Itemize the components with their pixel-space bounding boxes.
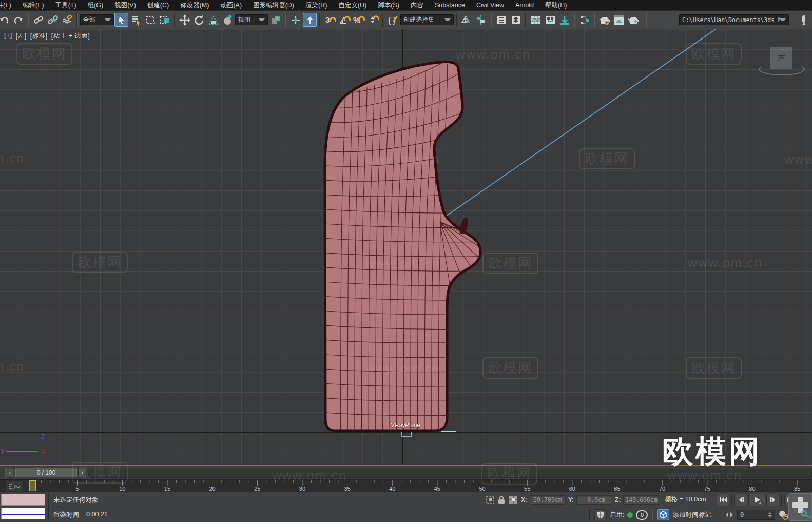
reference-coordinate-dropdown[interactable]: 视图: [235, 14, 268, 25]
track-bar[interactable]: 0510152025303540455055606570758085: [0, 479, 812, 492]
toggle-scene-explorer-button[interactable]: [494, 13, 508, 27]
menu-item-6[interactable]: 修改器(M): [175, 0, 215, 10]
frame-spinner[interactable]: [768, 512, 772, 517]
select-and-place-button[interactable]: [221, 13, 235, 27]
schematic-view-button[interactable]: [543, 13, 557, 27]
keyboard-shortcut-override-toggle[interactable]: [303, 13, 317, 27]
state-sets-button[interactable]: [577, 13, 591, 27]
playback-controls: [717, 493, 797, 507]
menu-item-3[interactable]: 组(G): [82, 0, 109, 10]
menu-item-0[interactable]: 文件(F): [0, 0, 17, 10]
viewport-menu-shading[interactable]: [粘土 + 边面]: [51, 32, 90, 41]
unlink-button[interactable]: [46, 13, 60, 27]
select-and-rotate-button[interactable]: [192, 13, 206, 27]
viewcube-face[interactable]: 左: [770, 47, 792, 69]
percent-snap-toggle[interactable]: %: [352, 13, 365, 27]
maxscript-mini-listener-macro[interactable]: [1, 494, 45, 506]
select-and-link-button[interactable]: [31, 13, 45, 27]
curve-editor-button[interactable]: [529, 13, 543, 27]
current-frame-field[interactable]: 0: [737, 510, 775, 520]
project-folder-dropdown[interactable]: C:\Users\Han\Documents\3ds Max 2022: [679, 14, 789, 25]
add-time-tag-label[interactable]: 添加时间标记: [672, 511, 711, 519]
select-object-button[interactable]: [114, 13, 128, 27]
workspace-button[interactable]: [797, 13, 810, 27]
menu-item-4[interactable]: 视图(V): [109, 0, 142, 10]
next-frame-button[interactable]: ›: [78, 468, 87, 478]
previous-frame-step-button[interactable]: [734, 494, 747, 506]
spinner-snap-toggle[interactable]: [366, 13, 380, 27]
menu-item-15[interactable]: Arnold: [510, 0, 539, 10]
mini-curve-editor-button[interactable]: [5, 481, 24, 492]
x-coordinate-field[interactable]: 39.709cm: [530, 495, 566, 505]
snaps-toggle-3d-button[interactable]: 3: [323, 13, 337, 27]
viewport-menu-general[interactable]: [+]: [4, 32, 12, 41]
y-coordinate-field[interactable]: -0.0cm: [576, 495, 612, 505]
ruler-label: 80: [749, 486, 755, 492]
track-bar-playhead[interactable]: [29, 480, 36, 491]
redo-button[interactable]: [11, 13, 25, 27]
menu-item-1[interactable]: 编辑(E): [17, 0, 50, 10]
window-crossing-toggle[interactable]: [158, 13, 171, 27]
set-key-big-button[interactable]: [788, 493, 812, 521]
ruler-label: 70: [659, 486, 665, 492]
enable-count-badge[interactable]: 0: [636, 510, 648, 520]
viewport-safe-frame-button[interactable]: [594, 509, 607, 520]
select-and-scale-button[interactable]: [206, 13, 220, 27]
viewport-menu-standard[interactable]: [标准]: [30, 32, 48, 41]
z-coordinate-field[interactable]: 149.606cm: [623, 495, 659, 505]
mirror-button[interactable]: [460, 13, 474, 27]
z-label: Z:: [615, 496, 621, 504]
select-and-move-button[interactable]: [178, 13, 191, 27]
previous-frame-button[interactable]: ‹: [6, 468, 14, 478]
menu-item-13[interactable]: Substance: [429, 0, 471, 10]
select-and-manipulate-button[interactable]: [288, 13, 302, 27]
status-bar: 未选定任何对象 渲染时间 0:00:21 X: 39.709cm Y: -0.0…: [0, 492, 812, 522]
key-mode-toggle-icon[interactable]: [725, 512, 734, 518]
edit-named-selection-sets-button[interactable]: {}: [386, 13, 400, 27]
rectangular-selection-region-button[interactable]: [143, 13, 157, 27]
use-pivot-point-center-button[interactable]: [268, 13, 282, 27]
menu-item-2[interactable]: 工具(T): [50, 0, 82, 10]
time-slider-thumb[interactable]: 0 / 100: [15, 468, 77, 478]
go-to-start-button[interactable]: [717, 494, 729, 506]
menu-item-14[interactable]: Civil View: [471, 0, 510, 10]
isolate-selection-icon[interactable]: [486, 495, 495, 505]
render-production-button[interactable]: [626, 13, 640, 27]
undo-button[interactable]: [0, 13, 11, 27]
next-frame-step-button[interactable]: [766, 494, 779, 506]
menu-item-10[interactable]: 自定义(U): [333, 0, 372, 10]
menu-item-5[interactable]: 创建(C): [142, 0, 175, 10]
viewport-menu-pov[interactable]: [左]: [16, 32, 27, 41]
menu-item-16[interactable]: 帮助(H): [539, 0, 572, 10]
absolute-offset-toggle-icon[interactable]: [508, 495, 518, 505]
render-presets-button[interactable]: [557, 13, 571, 27]
toggle-layer-explorer-button[interactable]: [509, 13, 523, 27]
selection-filter-dropdown[interactable]: 全部: [80, 14, 114, 25]
bind-to-space-warp-button[interactable]: [60, 13, 74, 27]
curve-editor-icon: [530, 14, 542, 26]
menu-item-12[interactable]: 内容: [405, 0, 429, 10]
toolbar-grab-handle[interactable]: [646, 13, 649, 27]
selection-lock-icon[interactable]: [497, 495, 506, 505]
select-by-name-button[interactable]: [129, 13, 143, 27]
menu-item-9[interactable]: 渲染(R): [300, 0, 333, 10]
maxscript-mini-listener[interactable]: [1, 508, 45, 519]
play-animation-button[interactable]: [748, 494, 765, 506]
time-slider-splitter[interactable]: [0, 468, 6, 478]
align-button[interactable]: [474, 13, 488, 27]
angle-snap-toggle[interactable]: [337, 13, 351, 27]
menu-item-8[interactable]: 图形编辑器(D): [247, 0, 300, 10]
rendered-frame-window-button[interactable]: [612, 13, 626, 27]
menu-item-7[interactable]: 动画(A): [215, 0, 247, 10]
menu-item-11[interactable]: 脚本(S): [372, 0, 405, 10]
viewcube[interactable]: 左: [766, 47, 797, 78]
go-to-start-icon: [719, 497, 727, 503]
key-filters-icon[interactable]: [778, 510, 788, 520]
time-slider-track[interactable]: [88, 469, 812, 478]
viewport-canvas: [0, 29, 812, 465]
viewport-left[interactable]: [+] [左] [标准] [粘土 + 边面] 左 Y Z X VRayPlane: [0, 29, 812, 465]
render-setup-button[interactable]: [597, 13, 611, 27]
named-selection-sets-dropdown[interactable]: 创建选择集: [400, 14, 454, 25]
ruler-label: 25: [254, 486, 260, 492]
add-time-tag-cube-button[interactable]: [657, 509, 669, 520]
